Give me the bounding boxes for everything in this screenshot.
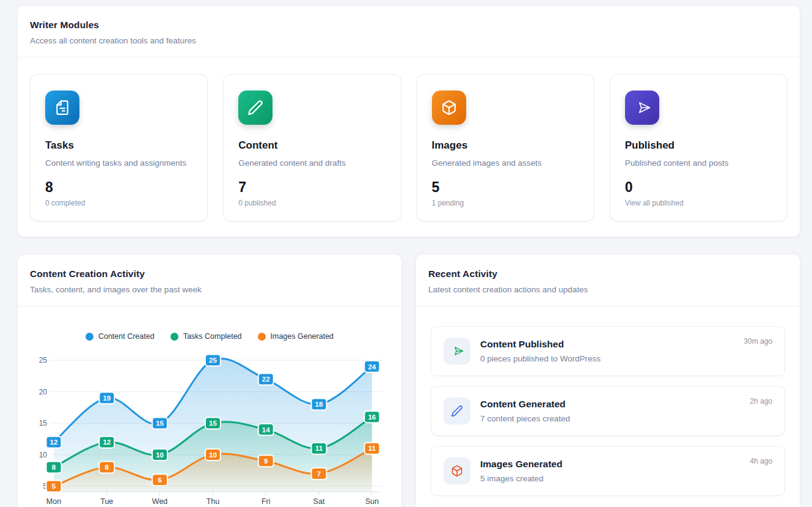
module-title: Tasks <box>45 139 192 152</box>
y-axis-tick-label: 25 <box>39 356 48 365</box>
svg-text:12: 12 <box>103 439 111 446</box>
x-axis-tick-label: Wed <box>152 497 168 506</box>
chart-data-label: 22 <box>258 373 274 385</box>
module-description: Generated images and assets <box>432 158 579 168</box>
legend-label: Tasks Completed <box>183 332 242 341</box>
module-card-content[interactable]: Content Generated content and drafts 7 0… <box>223 74 401 221</box>
chart-data-label: 6 <box>152 474 167 486</box>
activity-item-description: 0 pieces published to WordPress <box>480 354 601 363</box>
module-substat: 1 pending <box>432 199 579 207</box>
x-axis-tick-label: Mon <box>46 497 61 506</box>
x-axis-tick-label: Fri <box>262 497 271 506</box>
module-card-published[interactable]: Published Published content and posts 0 … <box>610 74 788 221</box>
svg-text:5: 5 <box>52 483 56 490</box>
svg-text:15: 15 <box>156 420 164 427</box>
svg-text:18: 18 <box>315 401 323 408</box>
module-count: 7 <box>238 179 386 196</box>
chart-data-label: 18 <box>312 399 327 410</box>
activity-item-title: Images Generated <box>480 459 562 470</box>
file-icon <box>45 91 79 125</box>
module-substat: 0 completed <box>45 199 192 207</box>
cube-icon <box>432 91 466 125</box>
activity-item: Images Generated 5 images created 4h ago <box>431 446 785 496</box>
chart-data-label: 19 <box>99 392 114 404</box>
activity-item-timestamp: 2h ago <box>750 397 772 405</box>
chart-data-label: 10 <box>152 449 167 461</box>
svg-text:9: 9 <box>264 457 268 465</box>
module-title: Images <box>432 139 579 152</box>
svg-text:11: 11 <box>368 445 376 452</box>
svg-text:25: 25 <box>209 357 217 364</box>
chart-data-label: 7 <box>312 468 327 479</box>
svg-text:6: 6 <box>158 476 161 484</box>
svg-text:24: 24 <box>368 363 376 371</box>
chart-data-label: 10 <box>205 449 221 461</box>
x-axis-tick-label: Sat <box>313 497 325 506</box>
module-card-tasks[interactable]: Tasks Content writing tasks and assignme… <box>30 74 208 221</box>
module-description: Content writing tasks and assignments <box>45 158 192 168</box>
activity-item-title: Content Generated <box>480 399 570 410</box>
module-description: Published content and posts <box>625 158 772 168</box>
recent-activity-header: Recent Activity Latest content creation … <box>416 254 800 306</box>
activity-item: Content Published 0 pieces published to … <box>431 326 785 376</box>
module-substat: View all published <box>625 199 772 207</box>
svg-text:15: 15 <box>209 420 217 427</box>
chart-data-label: 12 <box>46 436 62 448</box>
module-description: Generated content and drafts <box>238 158 386 168</box>
chart-data-label: 25 <box>205 355 221 366</box>
writer-modules-title: Writer Modules <box>30 20 788 31</box>
recent-activity-panel: Recent Activity Latest content creation … <box>415 254 800 507</box>
send-icon <box>625 91 659 125</box>
svg-text:11: 11 <box>315 445 323 452</box>
recent-activity-subtitle: Latest content creation actions and upda… <box>428 285 788 294</box>
cube-icon <box>444 457 470 484</box>
y-axis-tick-label: 20 <box>39 388 48 396</box>
activity-item-description: 7 content pieces created <box>480 414 570 423</box>
activity-item-title: Content Published <box>480 339 601 350</box>
chart-data-label: 8 <box>46 462 62 473</box>
pencil-icon <box>238 91 272 125</box>
chart-body: Content CreatedTasks CompletedImages Gen… <box>18 306 401 507</box>
chart-data-label: 15 <box>152 418 167 429</box>
svg-text:22: 22 <box>262 376 270 383</box>
svg-text:12: 12 <box>50 439 58 446</box>
svg-text:10: 10 <box>156 451 164 459</box>
chart-panel-subtitle: Tasks, content, and images over the past… <box>30 285 389 294</box>
legend-item-images-generated[interactable]: Images Generated <box>258 332 334 341</box>
writer-modules-panel: Writer Modules Access all content creati… <box>17 5 800 237</box>
chart-data-label: 5 <box>46 481 62 492</box>
svg-text:16: 16 <box>368 413 376 421</box>
x-axis-tick-label: Thu <box>207 497 220 506</box>
svg-text:7: 7 <box>317 470 321 478</box>
chart-data-label: 16 <box>364 411 379 423</box>
legend-dot <box>86 333 93 341</box>
legend-item-content-created[interactable]: Content Created <box>86 332 155 341</box>
chart-panel-header: Content Creation Activity Tasks, content… <box>18 254 401 306</box>
chart-data-label: 15 <box>205 418 221 429</box>
module-card-images[interactable]: Images Generated images and assets 5 1 p… <box>417 74 594 221</box>
svg-text:19: 19 <box>103 394 111 402</box>
svg-text:10: 10 <box>209 451 217 459</box>
chart-data-label: 12 <box>99 436 114 448</box>
modules-row: Tasks Content writing tasks and assignme… <box>18 57 800 221</box>
send-icon <box>444 338 470 365</box>
activity-line-chart: 510152025MonTueWedThuFriSatSun1219152522… <box>30 347 389 507</box>
svg-text:14: 14 <box>262 426 270 434</box>
module-title: Published <box>625 139 772 152</box>
content-creation-activity-panel: Content Creation Activity Tasks, content… <box>17 254 402 507</box>
svg-text:8: 8 <box>105 464 109 471</box>
chart-data-label: 9 <box>258 455 274 467</box>
recent-activity-title: Recent Activity <box>428 268 788 279</box>
svg-text:8: 8 <box>52 464 56 471</box>
module-count: 8 <box>45 179 192 196</box>
module-substat: 0 published <box>238 199 386 207</box>
x-axis-tick-label: Sun <box>365 497 379 506</box>
module-count: 0 <box>625 179 772 196</box>
x-axis-tick-label: Tue <box>100 497 113 506</box>
activity-item-description: 5 images created <box>480 474 562 483</box>
legend-item-tasks-completed[interactable]: Tasks Completed <box>170 332 242 341</box>
chart-legend: Content CreatedTasks CompletedImages Gen… <box>30 331 389 342</box>
chart-panel-title: Content Creation Activity <box>30 268 389 279</box>
y-axis-tick-label: 10 <box>39 451 48 459</box>
activity-item-timestamp: 30m ago <box>744 337 772 346</box>
